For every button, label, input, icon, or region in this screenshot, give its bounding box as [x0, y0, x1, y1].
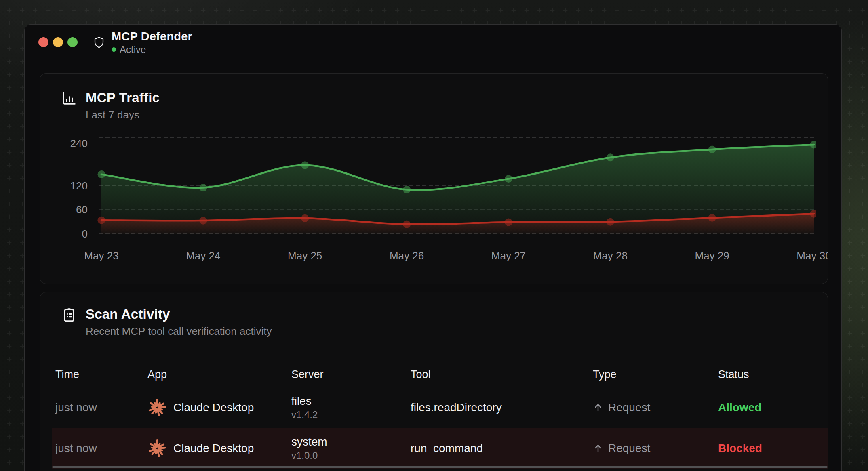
x-axis-tick: May 27: [491, 250, 526, 262]
x-axis-tick: May 24: [186, 250, 220, 262]
table-scrollbar[interactable]: [52, 466, 828, 468]
row-app-name: Claude Desktop: [173, 442, 254, 455]
active-status-dot: [112, 47, 116, 52]
x-axis-tick: May 30: [796, 250, 828, 262]
row-type-label: Request: [608, 442, 650, 455]
x-axis-tick: May 23: [84, 250, 118, 262]
table-row[interactable]: just now Claude Desktop: [52, 428, 828, 469]
row-server: system v1.0.0: [288, 435, 407, 461]
row-type-label: Request: [608, 401, 650, 414]
mcp-traffic-card: MCP Traffic Last 7 days 240120600 May 23…: [40, 73, 828, 284]
row-app-name: Claude Desktop: [173, 401, 254, 414]
app-title: MCP Defender: [112, 29, 192, 43]
x-axis-tick: May 28: [593, 250, 628, 262]
titlebar: MCP Defender Active: [25, 25, 841, 60]
traffic-area-chart: [93, 132, 816, 241]
traffic-card-title: MCP Traffic: [86, 90, 160, 106]
row-server-name: system: [291, 435, 407, 448]
clipboard-icon: [61, 307, 77, 338]
row-server-name: files: [291, 395, 407, 408]
shield-icon: [93, 36, 105, 49]
table-header-row: Time App Server Tool Type Status: [52, 362, 828, 387]
column-header-type: Type: [590, 368, 715, 381]
claude-logo-icon: [147, 439, 167, 458]
arrow-up-icon: [593, 402, 603, 413]
row-tool: run_command: [407, 442, 590, 455]
app-window: MCP Defender Active MCP Traffic Last 7 d…: [24, 24, 842, 471]
y-axis-tick: 120: [48, 179, 88, 192]
row-time: just now: [52, 442, 144, 455]
close-window-button[interactable]: [38, 37, 48, 47]
row-server: files v1.4.2: [288, 395, 407, 421]
x-axis-tick: May 25: [288, 250, 322, 262]
scan-card-title: Scan Activity: [86, 306, 272, 322]
row-app: Claude Desktop: [144, 439, 288, 458]
window-controls: [38, 37, 78, 47]
scan-card-subtitle: Recent MCP tool call verification activi…: [86, 325, 272, 338]
column-header-status: Status: [715, 368, 828, 381]
row-server-version: v1.0.0: [291, 450, 407, 461]
y-axis-tick: 60: [48, 204, 88, 216]
row-tool: files.readDirectory: [407, 401, 590, 414]
column-header-server: Server: [288, 368, 407, 381]
row-server-version: v1.4.2: [291, 409, 407, 421]
claude-logo-icon: [147, 398, 167, 417]
status-badge: Blocked: [715, 442, 828, 455]
zoom-window-button[interactable]: [67, 37, 78, 47]
y-axis-tick: 0: [48, 228, 88, 240]
bar-chart-icon: [61, 90, 77, 121]
x-axis-tick: May 26: [390, 250, 424, 262]
arrow-up-icon: [593, 443, 603, 454]
table-row[interactable]: just now Claude Desktop: [52, 387, 828, 428]
scan-activity-table: Time App Server Tool Type Status just no…: [52, 362, 828, 469]
row-type: Request: [590, 442, 715, 455]
row-app: Claude Desktop: [144, 398, 288, 417]
y-axis-tick: 240: [48, 137, 88, 150]
x-axis-tick: May 29: [695, 250, 729, 262]
scan-activity-card: Scan Activity Recent MCP tool call verif…: [40, 292, 828, 471]
traffic-card-subtitle: Last 7 days: [86, 108, 160, 121]
column-header-tool: Tool: [407, 368, 590, 381]
row-time: just now: [52, 401, 144, 414]
status-badge: Allowed: [715, 401, 828, 414]
column-header-app: App: [144, 368, 288, 381]
active-status-label: Active: [120, 44, 146, 55]
column-header-time: Time: [52, 368, 144, 381]
minimize-window-button[interactable]: [53, 37, 63, 47]
row-type: Request: [590, 401, 715, 414]
